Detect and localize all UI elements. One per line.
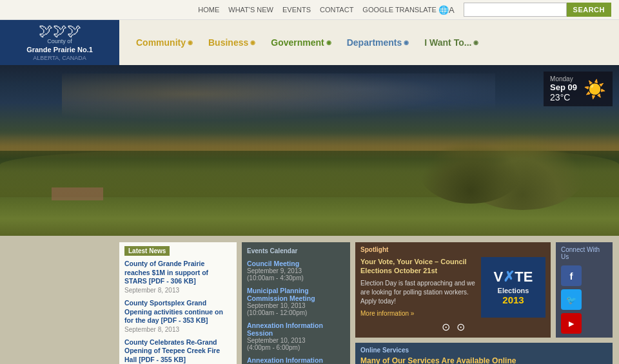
spotlight-header: Spotlight [360, 246, 545, 253]
news-date-0: September 8, 2013 [124, 287, 231, 294]
spotlight-panel: Spotlight Your Vote, Your Voice – Counci… [355, 242, 551, 338]
event-date-1: September 10, 2013 (10:00am - 12:00pm) [247, 302, 345, 316]
event-item-0: Council Meeting September 9, 2013 (10:00… [247, 260, 345, 282]
business-label: Business [208, 37, 248, 48]
news-link-1[interactable]: County Sportsplex Grand Opening activiti… [124, 299, 231, 325]
spotlight-next[interactable]: ⊙ [457, 321, 465, 333]
search-button[interactable]: SEARCH [567, 3, 611, 17]
weather-day: Monday [550, 75, 577, 82]
twitter-icon[interactable]: 🐦 [561, 289, 582, 310]
iwant-label: I Want To... [424, 37, 471, 48]
event-item-1: Municipal Planning Commission Meeting Se… [247, 287, 345, 316]
event-link-1[interactable]: Municipal Planning Commission Meeting [247, 287, 345, 302]
event-date-2: September 10, 2013 (4:00pm - 6:00pm) [247, 337, 345, 351]
logo-province: ALBERTA, CANADA [33, 55, 86, 61]
news-item-0: County of Grande Prairie reaches $1M in … [124, 260, 231, 294]
event-link-2[interactable]: Annexation Information Session [247, 321, 345, 337]
event-link-3[interactable]: Annexation Information Session [247, 356, 345, 364]
translate-link[interactable]: GOOGLE TRANSLATE 🌐A [362, 5, 454, 15]
departments-arrow: ◉ [404, 39, 409, 46]
nav-government[interactable]: Government ◉ [264, 32, 337, 53]
search-form: SEARCH [464, 3, 611, 17]
connect-icons: f 🐦 ▶ [561, 265, 607, 334]
online-title: Many of Our Services Are Available Onlin… [360, 356, 607, 364]
nav-community[interactable]: Community ◉ [130, 32, 199, 53]
logo-name: Grande Prairie No.1 [26, 45, 93, 54]
facebook-icon[interactable]: f [561, 265, 582, 286]
event-link-0[interactable]: Council Meeting [247, 260, 345, 267]
youtube-icon[interactable]: ▶ [561, 313, 582, 334]
spotlight-body: Election Day is fast approaching and we … [360, 279, 476, 306]
spotlight-prev[interactable]: ⊙ [442, 321, 450, 333]
business-arrow: ◉ [250, 39, 255, 46]
search-input[interactable] [464, 3, 567, 17]
government-arrow: ◉ [326, 39, 331, 46]
vote-elections: Elections [498, 287, 529, 294]
weather-icon: ☀️ [584, 79, 606, 100]
vote-badge: V ✗ TE Elections 2013 [481, 257, 545, 318]
logo-birds: 🕊🕊🕊 [39, 24, 81, 38]
connect-title: Connect With Us [561, 246, 607, 260]
nav-iwant[interactable]: I Want To... ◉ [418, 32, 485, 53]
community-label: Community [136, 37, 186, 48]
vote-year: 2013 [502, 294, 524, 305]
contact-link[interactable]: CONTACT [320, 6, 353, 14]
events-link[interactable]: EVENTS [282, 6, 311, 14]
weather-temp: 23°C [550, 92, 577, 102]
right-column: Spotlight Your Vote, Your Voice – Counci… [355, 242, 613, 364]
weather-info: Monday Sep 09 23°C [550, 75, 577, 102]
departments-label: Departments [347, 37, 402, 48]
spotlight-nav: ⊙ ⊙ [360, 318, 545, 333]
main-nav: Community ◉ Business ◉ Government ◉ Depa… [119, 20, 619, 65]
spotlight-more-link[interactable]: More information » [360, 310, 414, 317]
translate-globe: 🌐A [438, 5, 455, 15]
spotlight-content: Your Vote, Your Voice – Council Election… [360, 257, 476, 318]
weather-widget: Monday Sep 09 23°C ☀️ [544, 72, 613, 106]
weather-date: Sep 09 [550, 82, 577, 92]
news-link-2[interactable]: County Celebrates Re-Grand Opening of Te… [124, 338, 231, 364]
online-header: Online Services [360, 347, 607, 354]
iwant-arrow: ◉ [473, 39, 478, 46]
events-header: Events Calendar [247, 246, 345, 256]
connect-panel: Connect With Us f 🐦 ▶ [556, 242, 613, 338]
vote-text: V ✗ TE [494, 269, 533, 285]
hero-image: Monday Sep 09 23°C ☀️ [0, 65, 619, 236]
news-item-2: County Celebrates Re-Grand Opening of Te… [124, 338, 231, 364]
spotlight-title: Your Vote, Your Voice – Council Election… [360, 257, 476, 276]
news-header: Latest News [124, 246, 170, 256]
logo: 🕊🕊🕊 County of Grande Prairie No.1 ALBERT… [0, 20, 119, 65]
community-arrow: ◉ [188, 39, 193, 46]
news-panel: Latest News County of Grande Prairie rea… [119, 242, 237, 364]
nav-departments[interactable]: Departments ◉ [340, 32, 416, 53]
online-services-panel: Online Services Many of Our Services Are… [355, 343, 613, 364]
translate-icon: GOOGLE TRANSLATE [362, 6, 437, 14]
nav-business[interactable]: Business ◉ [202, 32, 262, 53]
events-panel: Events Calendar Council Meeting Septembe… [242, 242, 350, 364]
home-link[interactable]: HOME [198, 6, 219, 14]
news-date-1: September 8, 2013 [124, 326, 231, 333]
event-item-2: Annexation Information Session September… [247, 321, 345, 351]
news-item-1: County Sportsplex Grand Opening activiti… [124, 299, 231, 333]
logo-county: County of [47, 38, 72, 45]
government-label: Government [271, 37, 324, 48]
whats-new-link[interactable]: WHAT'S NEW [228, 6, 273, 14]
news-link-0[interactable]: County of Grande Prairie reaches $1M in … [124, 260, 231, 286]
event-item-3: Annexation Information Session September… [247, 356, 345, 364]
event-date-0: September 9, 2013 (10:00am - 4:30pm) [247, 267, 345, 282]
